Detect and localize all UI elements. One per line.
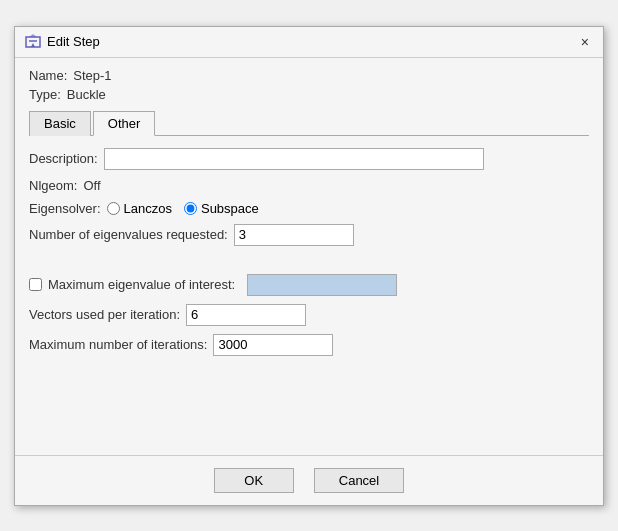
- tab-basic[interactable]: Basic: [29, 111, 91, 136]
- eigensolver-row: Eigensolver: Lanczos Subspace: [29, 201, 589, 216]
- title-bar-left: Edit Step: [25, 34, 100, 50]
- close-button[interactable]: ×: [577, 33, 593, 51]
- description-input[interactable]: [104, 148, 484, 170]
- name-value: Step-1: [73, 68, 111, 83]
- dialog-icon: [25, 34, 41, 50]
- vectors-input[interactable]: [186, 304, 306, 326]
- vectors-label: Vectors used per iteration:: [29, 307, 180, 322]
- nlgeom-label: Nlgeom:: [29, 178, 77, 193]
- title-bar: Edit Step ×: [15, 27, 603, 58]
- svg-marker-2: [31, 43, 35, 47]
- name-label: Name:: [29, 68, 67, 83]
- cancel-button[interactable]: Cancel: [314, 468, 404, 493]
- description-label: Description:: [29, 151, 98, 166]
- max-eigen-label: Maximum eigenvalue of interest:: [48, 277, 235, 292]
- tab-bar: Basic Other: [29, 110, 589, 136]
- max-eigen-row: Maximum eigenvalue of interest:: [29, 274, 589, 296]
- lanczos-label: Lanczos: [124, 201, 172, 216]
- type-label: Type:: [29, 87, 61, 102]
- edit-step-dialog: Edit Step × Name: Step-1 Type: Buckle Ba…: [14, 26, 604, 506]
- subspace-label: Subspace: [201, 201, 259, 216]
- lanczos-option[interactable]: Lanczos: [107, 201, 172, 216]
- nlgeom-row: Nlgeom: Off: [29, 178, 589, 193]
- name-row: Name: Step-1: [29, 68, 589, 83]
- type-row: Type: Buckle: [29, 87, 589, 102]
- ok-button[interactable]: OK: [214, 468, 294, 493]
- description-row: Description:: [29, 148, 589, 170]
- vectors-row: Vectors used per iteration:: [29, 304, 589, 326]
- eigensolver-label: Eigensolver:: [29, 201, 101, 216]
- dialog-title: Edit Step: [47, 34, 100, 49]
- subspace-option[interactable]: Subspace: [184, 201, 259, 216]
- spacer: [29, 254, 589, 274]
- eigenvalues-input[interactable]: [234, 224, 354, 246]
- max-eigen-input[interactable]: [247, 274, 397, 296]
- eigenvalues-row: Number of eigenvalues requested:: [29, 224, 589, 246]
- iterations-input[interactable]: [213, 334, 333, 356]
- subspace-radio[interactable]: [184, 202, 197, 215]
- dialog-footer: OK Cancel: [15, 455, 603, 505]
- type-value: Buckle: [67, 87, 106, 102]
- dialog-body: Name: Step-1 Type: Buckle Basic Other De…: [15, 58, 603, 455]
- nlgeom-value: Off: [83, 178, 100, 193]
- iterations-label: Maximum number of iterations:: [29, 337, 207, 352]
- lanczos-radio[interactable]: [107, 202, 120, 215]
- max-eigen-checkbox[interactable]: [29, 278, 42, 291]
- iterations-row: Maximum number of iterations:: [29, 334, 589, 356]
- svg-marker-3: [29, 34, 37, 37]
- eigenvalues-label: Number of eigenvalues requested:: [29, 227, 228, 242]
- eigensolver-options: Lanczos Subspace: [107, 201, 259, 216]
- tab-other[interactable]: Other: [93, 111, 156, 136]
